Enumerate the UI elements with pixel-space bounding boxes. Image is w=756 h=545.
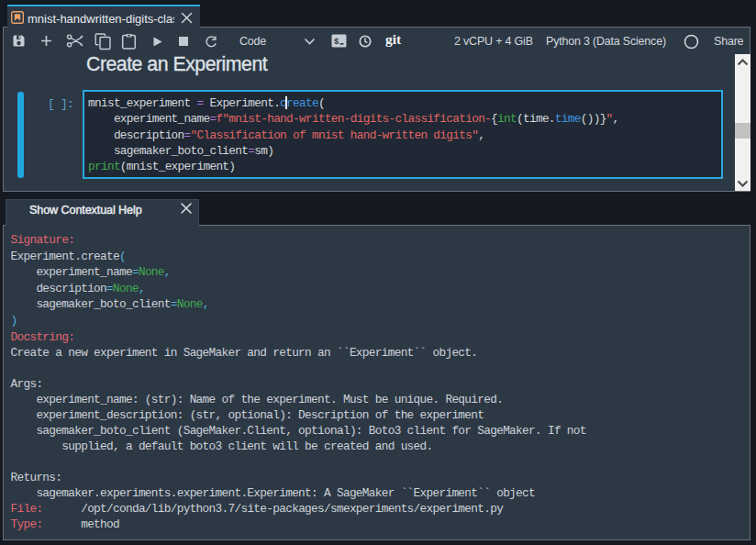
svg-text:$: $	[334, 38, 339, 47]
